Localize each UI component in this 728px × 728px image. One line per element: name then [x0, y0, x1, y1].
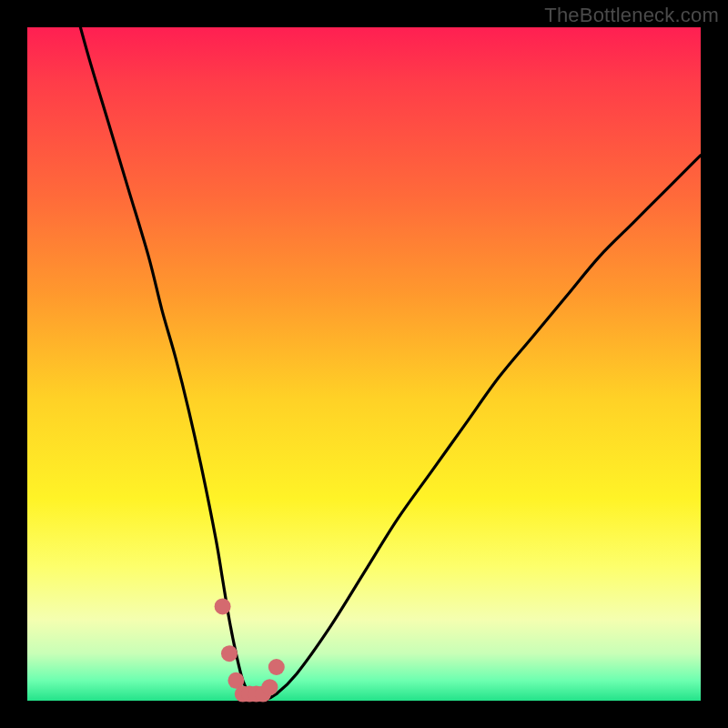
- chart-frame: TheBottleneck.com: [0, 0, 728, 728]
- curve-layer: [27, 27, 701, 701]
- marker-dot: [221, 645, 238, 662]
- marker-dot: [268, 659, 285, 675]
- watermark-text: TheBottleneck.com: [544, 4, 719, 27]
- marker-dot: [261, 679, 278, 695]
- marker-dot: [215, 598, 231, 614]
- bottleneck-curve: [27, 0, 701, 702]
- optimal-range-markers: [215, 598, 285, 702]
- plot-area: [27, 27, 701, 701]
